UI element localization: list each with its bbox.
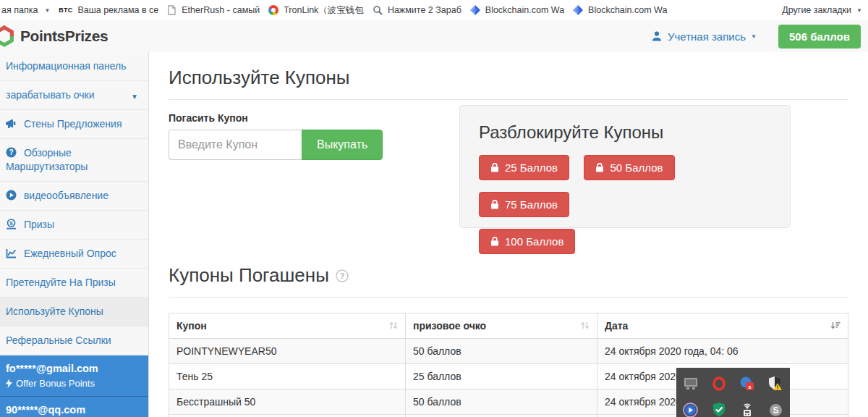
chevron-down-icon: ▼ [751, 33, 757, 40]
chevron-down-icon: ▼ [131, 90, 138, 104]
bookmark-item[interactable]: Blockchain.com Wa [573, 5, 667, 15]
referral-account-1[interactable]: fo*****@gmail.com Offer Bonus Points [0, 355, 148, 396]
play-circle-icon [6, 190, 17, 201]
referral-account-2[interactable]: 90*****@qq.com Offer Bonus Points [0, 396, 148, 417]
sidebar-item-dashboard[interactable]: Информационная панель [0, 52, 148, 81]
sidebar-item-use-coupons[interactable]: Используйте Купоны [0, 298, 148, 327]
unlock-25-button[interactable]: 25 Баллов [479, 155, 569, 180]
svg-text:S: S [773, 405, 778, 415]
defender-warning-icon[interactable] [767, 376, 783, 392]
bookmark-item[interactable]: Blockchain.com Wa [470, 5, 564, 15]
chart-line-icon [6, 248, 17, 258]
account-label: Учетная запись [668, 30, 746, 43]
sort-icon [580, 321, 590, 330]
coupon-cell: Тень 25 [169, 364, 406, 389]
bookmarks-bar: ая папка ▼ BTC Ваша реклама в се EtherRu… [0, 0, 868, 21]
points-cell: 50 баллов [406, 339, 597, 364]
bookmark-label: Ваша реклама в се [77, 5, 158, 15]
bookmark-item[interactable]: Нажмите 2 Зараб [373, 5, 461, 15]
messenger-s-icon[interactable]: s [739, 376, 755, 392]
system-tray-popup: s S [676, 368, 790, 417]
sidebar-item-offer-walls[interactable]: Стены Предложения [0, 110, 148, 139]
svg-text:?: ? [339, 271, 344, 280]
tronlink-favicon [268, 5, 278, 15]
sort-descending-icon [830, 321, 841, 330]
account-menu[interactable]: Учетная запись ▼ [651, 30, 757, 43]
bookmark-label: TronLink（波宝钱包 [284, 4, 364, 17]
person-icon [651, 30, 663, 42]
redeemed-coupons-title: Купоны Погашены [169, 264, 329, 287]
megaphone-icon [6, 119, 17, 129]
btc-favicon: BTC [59, 7, 72, 14]
svg-text:$: $ [9, 220, 13, 227]
play-circle-tray-icon[interactable] [683, 402, 699, 417]
opera-icon[interactable] [711, 376, 727, 392]
column-header-date[interactable]: Дата [597, 313, 848, 339]
monitor-icon[interactable] [683, 376, 699, 392]
unlock-coupons-panel: Разблокируйте Купоны 25 Баллов 50 Баллов… [459, 105, 791, 228]
bookmark-item[interactable]: TronLink（波宝钱包 [268, 4, 364, 17]
unlock-50-button[interactable]: 50 Баллов [584, 155, 674, 180]
coupon-input[interactable] [169, 130, 302, 160]
sidebar-item-referral-links[interactable]: Реферальные Ссылки [0, 327, 148, 355]
redeem-button[interactable]: Выкупать [302, 130, 383, 160]
referral-offer-label: Offer Bonus Points [16, 378, 95, 389]
coupon-cell: POINTYNEWYEAR50 [169, 339, 406, 364]
chevron-down-icon: ▼ [44, 7, 50, 14]
sidebar-item-video-ads[interactable]: видеообъявление [0, 182, 148, 211]
skype-offline-icon[interactable]: S [767, 402, 783, 417]
sidebar-item-claim-prizes[interactable]: Претендуйте На Призы [0, 269, 148, 298]
sidebar-item-survey-routers[interactable]: ? Обзорные Маршрутизаторы [0, 139, 148, 182]
bookmark-label: Blockchain.com Wa [485, 5, 564, 15]
sidebar-item-prizes[interactable]: $ Призы [0, 211, 148, 240]
bookmark-item[interactable]: EtherRush - самый [167, 5, 260, 15]
brand-name: PointsPrizes [20, 28, 108, 45]
search-favicon [373, 5, 383, 15]
points-balance-badge[interactable]: 506 баллов [778, 25, 861, 49]
bookmark-label: Нажмите 2 Зараб [388, 5, 461, 15]
lock-icon [490, 200, 499, 209]
table-row: POINTYNEWYEAR50 50 баллов 24 октября 202… [169, 339, 848, 364]
brand-logo[interactable]: PointsPrizes [0, 25, 108, 47]
sort-icon [388, 321, 398, 330]
divider [169, 297, 848, 298]
column-header-points[interactable]: призовое очко [406, 313, 597, 339]
svg-text:s: s [748, 384, 752, 390]
coupon-cell: Бесстрашный 50 [169, 389, 406, 415]
other-bookmarks-label: Другие закладки [782, 5, 851, 15]
lock-icon [490, 237, 499, 246]
other-bookmarks-button[interactable]: Другие закладки ▼ [782, 5, 862, 15]
referral-email: fo*****@gmail.com [6, 362, 142, 376]
sidebar-item-daily-poll[interactable]: Ежедневный Опрос [0, 240, 148, 269]
help-circle-icon[interactable]: ? [336, 269, 349, 282]
sidebar-item-earn-points[interactable]: зарабатывать очки ▼ [0, 81, 148, 110]
unlock-coupons-title: Разблокируйте Купоны [479, 122, 771, 143]
pointsprizes-logo-icon [0, 25, 15, 47]
column-header-coupon[interactable]: Купон [169, 313, 406, 339]
lightning-icon [6, 379, 12, 388]
bookmark-label: EtherRush - самый [182, 5, 260, 15]
shield-check-icon[interactable] [711, 402, 727, 417]
divider [169, 99, 848, 100]
main-content: Используйте Купоны Погасить Купон Выкупа… [149, 52, 868, 417]
points-cell: 25 баллов [406, 364, 597, 389]
bookmark-label: Blockchain.com Wa [588, 5, 667, 15]
chevron-down-icon: ▼ [856, 7, 862, 14]
page-title: Используйте Купоны [169, 67, 868, 89]
bookmark-folder[interactable]: ая папка ▼ [1, 5, 50, 15]
points-cell: 50 баллов [406, 389, 597, 415]
lock-icon [490, 163, 499, 172]
blockchain-favicon [573, 5, 583, 15]
date-cell: 24 октября 2020 года, 04: 06 [597, 339, 848, 364]
site-header: PointsPrizes Учетная запись ▼ 506 баллов [0, 20, 868, 53]
unlock-100-button[interactable]: 100 Баллов [479, 229, 575, 254]
question-circle-icon: ? [6, 147, 17, 158]
bookmark-label: ая папка [1, 5, 38, 15]
lock-icon [595, 163, 604, 172]
antenna-icon[interactable] [739, 402, 755, 417]
bookmark-item[interactable]: BTC Ваша реклама в се [59, 5, 158, 15]
coin-icon: $ [6, 219, 17, 229]
sidebar: Информационная панель зарабатывать очки … [0, 52, 149, 417]
svg-text:?: ? [9, 148, 13, 156]
unlock-75-button[interactable]: 75 Баллов [479, 192, 569, 217]
